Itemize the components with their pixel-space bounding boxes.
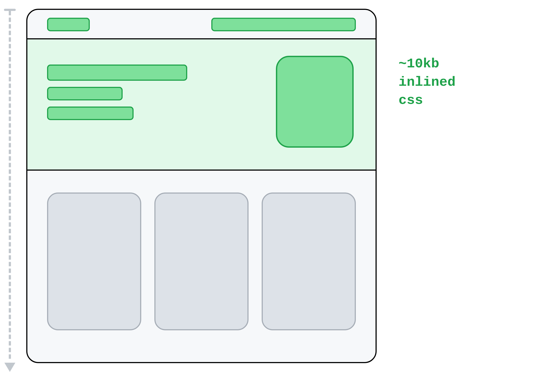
logo-placeholder [47,18,90,31]
browser-window-mock [26,9,377,363]
hero-subtext-placeholder-2 [47,106,134,120]
arrow-top-cap [4,9,16,11]
annotation-line: inlined [399,74,455,90]
annotation-line: ~10kb [399,56,439,71]
page-header-region [27,10,375,39]
hero-image-placeholder [276,56,354,148]
card-placeholder [262,193,356,330]
critical-css-diagram: ~10kb inlined css [0,9,416,381]
annotation-line: css [399,92,423,108]
card-placeholder [154,193,249,330]
hero-text-placeholders [47,64,187,126]
nav-placeholder [211,18,356,31]
scroll-indicator-arrow [7,9,13,372]
hero-above-fold-region [27,39,375,171]
arrow-downward-head-icon [4,363,15,372]
inline-css-annotation: ~10kb inlined css [399,55,455,110]
hero-subtext-placeholder-1 [47,87,123,100]
arrow-dashed-line [9,11,11,359]
card-placeholder [47,193,141,330]
below-fold-cards-region [27,171,375,363]
hero-heading-placeholder [47,64,187,81]
